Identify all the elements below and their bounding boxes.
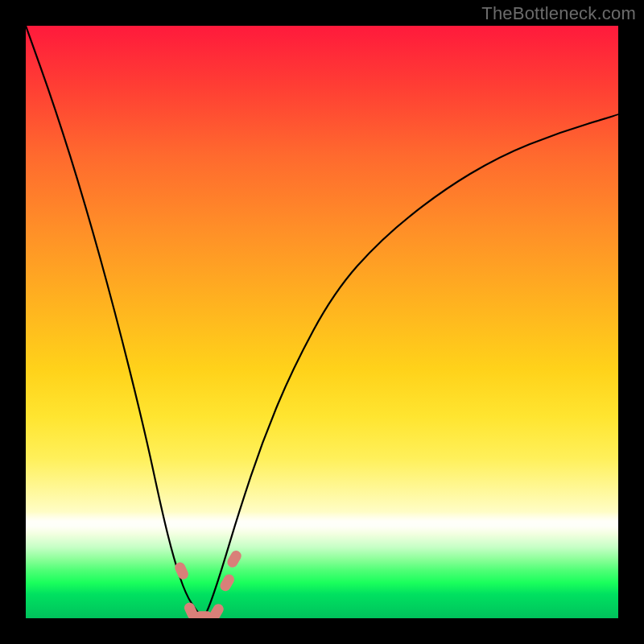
plot-area <box>26 26 618 618</box>
curve-left-branch <box>26 26 204 618</box>
curve-layer <box>26 26 618 618</box>
curve-marker <box>218 572 236 593</box>
curve-marker <box>225 549 243 570</box>
chart-stage: TheBottleneck.com <box>0 0 644 644</box>
curve-right-branch <box>204 114 618 618</box>
watermark-text: TheBottleneck.com <box>481 3 636 24</box>
bottleneck-curve <box>26 26 618 618</box>
